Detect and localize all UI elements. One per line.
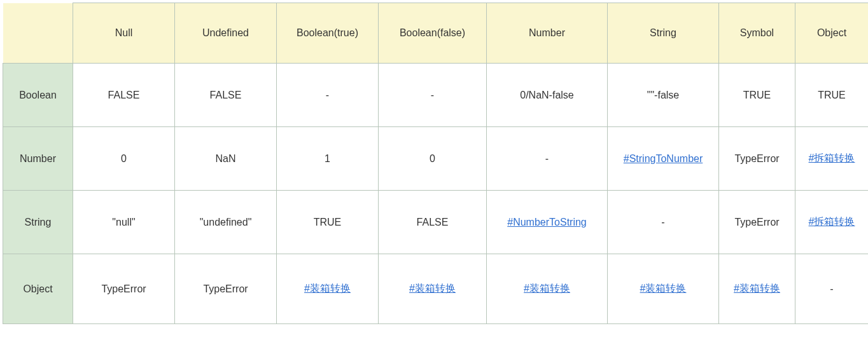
cell[interactable]: #拆箱转换 bbox=[795, 127, 869, 191]
cell: - bbox=[795, 254, 869, 324]
cell[interactable]: #装箱转换 bbox=[608, 254, 719, 324]
type-conversion-table: Null Undefined Boolean(true) Boolean(fal… bbox=[3, 3, 868, 324]
cell: TypeError bbox=[175, 254, 277, 324]
cell: TypeError bbox=[719, 127, 795, 191]
cell[interactable]: #NumberToString bbox=[487, 191, 608, 254]
cell: TRUE bbox=[719, 64, 795, 127]
link: #拆箱转换 bbox=[809, 153, 855, 163]
cell: 1 bbox=[277, 127, 379, 191]
col-header: Undefined bbox=[175, 3, 277, 64]
cell[interactable]: #装箱转换 bbox=[277, 254, 379, 324]
col-header: Object bbox=[795, 3, 869, 64]
cell: 0/NaN-false bbox=[487, 64, 608, 127]
cell[interactable]: #装箱转换 bbox=[719, 254, 795, 324]
cell: FALSE bbox=[73, 64, 175, 127]
link: #装箱转换 bbox=[640, 283, 687, 294]
cell: - bbox=[608, 191, 719, 254]
cell: - bbox=[277, 64, 379, 127]
table-header-row: Null Undefined Boolean(true) Boolean(fal… bbox=[3, 3, 869, 64]
corner-cell bbox=[3, 3, 73, 64]
col-header: Boolean(true) bbox=[277, 3, 379, 64]
cell: "undefined" bbox=[175, 191, 277, 254]
cell: TRUE bbox=[277, 191, 379, 254]
cell[interactable]: #拆箱转换 bbox=[795, 191, 869, 254]
row-header: Object bbox=[3, 254, 73, 324]
col-header: Number bbox=[487, 3, 608, 64]
cell: ""-false bbox=[608, 64, 719, 127]
cell: - bbox=[487, 127, 608, 191]
cell[interactable]: #装箱转换 bbox=[487, 254, 608, 324]
link: #拆箱转换 bbox=[809, 216, 855, 227]
col-header: Symbol bbox=[719, 3, 795, 64]
link: #StringToNumber bbox=[624, 153, 703, 164]
table-row: Number 0 NaN 1 0 - #StringToNumber TypeE… bbox=[3, 127, 869, 191]
link: #装箱转换 bbox=[734, 283, 780, 294]
cell: - bbox=[379, 64, 487, 127]
cell: "null" bbox=[73, 191, 175, 254]
col-header: String bbox=[608, 3, 719, 64]
cell[interactable]: #装箱转换 bbox=[379, 254, 487, 324]
cell: TRUE bbox=[795, 64, 869, 127]
link: #装箱转换 bbox=[409, 283, 456, 294]
col-header: Boolean(false) bbox=[379, 3, 487, 64]
cell: 0 bbox=[73, 127, 175, 191]
row-header: Number bbox=[3, 127, 73, 191]
table-row: Object TypeError TypeError #装箱转换 #装箱转换 #… bbox=[3, 254, 869, 324]
link: #装箱转换 bbox=[524, 283, 570, 294]
cell: 0 bbox=[379, 127, 487, 191]
cell: FALSE bbox=[379, 191, 487, 254]
col-header: Null bbox=[73, 3, 175, 64]
cell[interactable]: #StringToNumber bbox=[608, 127, 719, 191]
row-header: String bbox=[3, 191, 73, 254]
cell: NaN bbox=[175, 127, 277, 191]
row-header: Boolean bbox=[3, 64, 73, 127]
cell: TypeError bbox=[73, 254, 175, 324]
table-row: String "null" "undefined" TRUE FALSE #Nu… bbox=[3, 191, 869, 254]
table-row: Boolean FALSE FALSE - - 0/NaN-false ""-f… bbox=[3, 64, 869, 127]
cell: TypeError bbox=[719, 191, 795, 254]
link: #NumberToString bbox=[507, 217, 587, 228]
cell: FALSE bbox=[175, 64, 277, 127]
link: #装箱转换 bbox=[304, 283, 351, 294]
